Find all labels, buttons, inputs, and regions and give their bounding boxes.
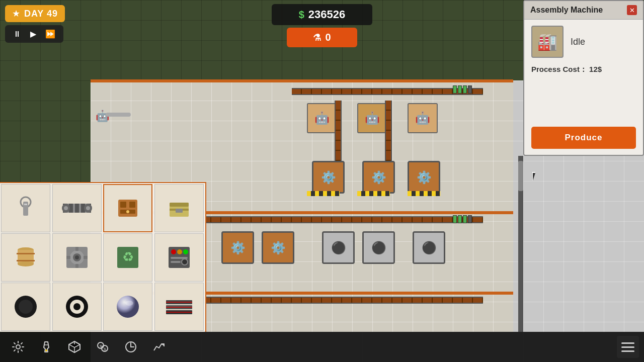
items-button[interactable] xyxy=(61,334,88,360)
battery-cell-2 xyxy=(458,85,462,94)
pipe-left xyxy=(106,113,131,117)
pause-button[interactable]: ⏸ xyxy=(11,29,23,40)
assembly-panel-body: 🏭 Idle Process Cost： 12$ Produce xyxy=(524,20,643,155)
machine-r3c5[interactable]: ⚫ xyxy=(413,231,445,264)
conveyor-v2 xyxy=(385,101,392,161)
warning-stripe-2 xyxy=(357,191,390,196)
top-belt xyxy=(91,79,513,82)
svg-point-24 xyxy=(18,261,34,266)
svg-rect-15 xyxy=(129,202,135,208)
battery-cell-3 xyxy=(463,85,467,94)
battery-cell-8 xyxy=(468,215,472,223)
star-icon: ★ xyxy=(12,8,20,19)
hamburger-line-1 xyxy=(621,342,634,344)
machine-r2c1[interactable]: ⚙️ xyxy=(312,161,345,194)
machine-r3c4[interactable]: ⚫ xyxy=(362,231,395,264)
money-display: $ 236526 xyxy=(272,4,372,25)
produce-button[interactable]: Produce xyxy=(531,127,636,149)
build-item-black-circle-1[interactable] xyxy=(1,283,50,331)
svg-point-49 xyxy=(117,296,139,318)
assembly-panel-title: Assembly Machine xyxy=(530,6,603,15)
svg-rect-33 xyxy=(66,256,70,259)
conveyor-mid xyxy=(201,216,483,223)
machine-r2c3[interactable]: ⚙️ xyxy=(408,161,440,194)
svg-point-11 xyxy=(64,206,68,210)
svg-point-40 xyxy=(183,249,188,254)
battery-mid-right xyxy=(453,215,472,223)
svg-point-38 xyxy=(171,249,176,254)
machine-status: Idle xyxy=(571,37,585,47)
day-text: DAY 49 xyxy=(24,9,58,19)
machine-icon-box: 🏭 xyxy=(531,26,564,58)
money-amount: 236526 xyxy=(308,8,345,21)
alert-display: ⚗ 0 xyxy=(287,28,357,47)
svg-point-57 xyxy=(16,345,20,349)
hamburger-line-2 xyxy=(621,346,634,348)
process-cost-value: 12$ xyxy=(589,65,602,73)
machine-info-row: 🏭 Idle xyxy=(531,26,636,58)
machine-r2c2[interactable]: ⚙️ xyxy=(362,161,395,194)
svg-rect-14 xyxy=(120,202,126,208)
build-panel: ♻ xyxy=(0,182,206,332)
play-button[interactable]: ▶ xyxy=(28,28,38,40)
process-cost-label: Process Cost： xyxy=(531,65,587,73)
svg-rect-25 xyxy=(17,253,35,254)
assembly-panel-close[interactable]: ✕ xyxy=(627,5,637,15)
settings-button[interactable] xyxy=(5,334,31,360)
warning-stripe-1 xyxy=(307,191,340,196)
svg-rect-32 xyxy=(75,264,78,268)
machine-r1c2[interactable]: 🤖 xyxy=(357,103,387,133)
svg-point-39 xyxy=(177,249,182,254)
machine-sprite-icon: 🏭 xyxy=(537,32,557,51)
svg-point-30 xyxy=(75,255,79,259)
build-item-barrel[interactable] xyxy=(1,233,50,282)
machine-r3c2[interactable]: ⚙️ xyxy=(262,231,294,264)
build-item-conveyor[interactable] xyxy=(52,184,102,232)
svg-rect-21 xyxy=(176,209,183,213)
research-button[interactable] xyxy=(33,334,59,360)
machine-r3c1[interactable]: ⚙️ xyxy=(221,231,254,264)
hamburger-menu-button[interactable] xyxy=(617,336,639,358)
svg-rect-31 xyxy=(75,247,78,251)
hamburger-line-3 xyxy=(621,350,634,352)
build-item-gear-machine[interactable] xyxy=(52,233,102,282)
warning-stripe-3 xyxy=(408,191,440,196)
conveyor-bottom xyxy=(201,297,483,304)
svg-point-12 xyxy=(86,206,90,210)
build-item-plates[interactable] xyxy=(154,283,204,331)
conveyor-v1 xyxy=(335,101,342,161)
svg-point-50 xyxy=(125,301,133,306)
battery-cell-4 xyxy=(468,85,472,94)
economy-button[interactable]: $ $ xyxy=(90,334,116,360)
build-item-assembly[interactable] xyxy=(103,184,152,232)
machine-r1c1[interactable]: 🤖 xyxy=(307,103,337,133)
flask-icon: ⚗ xyxy=(313,32,321,43)
right-scrollbar[interactable] xyxy=(518,156,523,332)
svg-text:$: $ xyxy=(104,347,106,351)
battery-top-right xyxy=(453,85,472,94)
machine-r3c3[interactable]: ⚫ xyxy=(322,231,355,264)
assembly-panel: Assembly Machine ✕ 🏭 Idle Process Cost： … xyxy=(523,0,644,156)
build-item-recycle[interactable]: ♻ xyxy=(103,233,152,282)
process-cost-row: Process Cost： 12$ xyxy=(531,65,636,74)
bottom-toolbar: $ $ xyxy=(0,332,644,362)
build-item-sphere[interactable] xyxy=(103,283,152,331)
battery-cell-1 xyxy=(453,85,457,94)
build-item-wrench[interactable] xyxy=(1,184,50,232)
build-item-black-ring[interactable] xyxy=(52,283,102,331)
statistics-button[interactable] xyxy=(146,334,172,360)
battery-cell-7 xyxy=(463,215,467,223)
svg-rect-19 xyxy=(170,203,189,207)
build-item-storage[interactable] xyxy=(154,184,204,232)
schedule-button[interactable] xyxy=(118,334,144,360)
svg-rect-26 xyxy=(17,260,35,261)
battery-cell-5 xyxy=(453,215,457,223)
svg-rect-6 xyxy=(75,204,79,213)
machine-r1c3[interactable]: 🤖 xyxy=(408,103,438,133)
scrollbar-thumb[interactable] xyxy=(518,161,523,191)
alert-count: 0 xyxy=(325,32,331,43)
build-item-control[interactable] xyxy=(154,233,204,282)
svg-rect-42 xyxy=(171,261,181,263)
fast-forward-button[interactable]: ⏩ xyxy=(43,28,57,40)
svg-point-45 xyxy=(19,300,33,314)
